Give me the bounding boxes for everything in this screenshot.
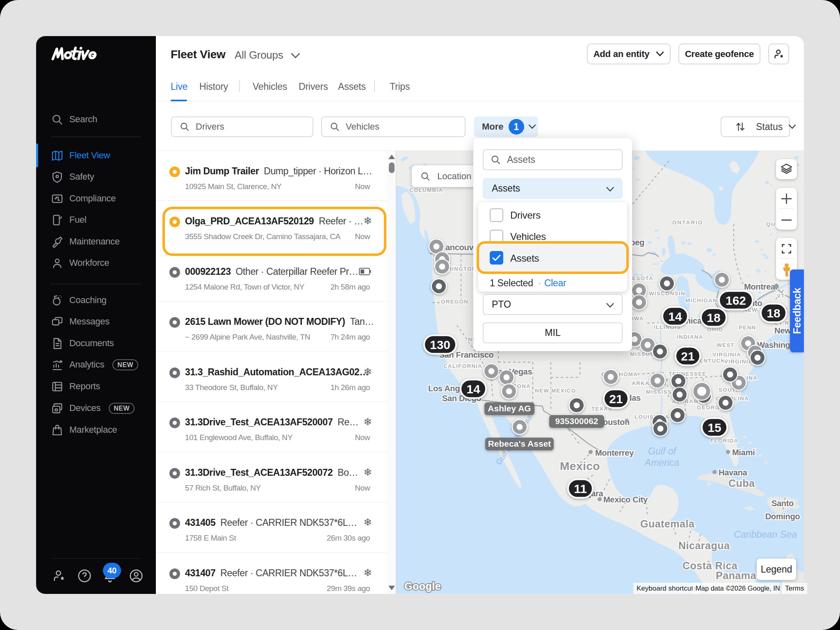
svg-text:Google: Google	[404, 580, 441, 592]
svg-text:14: 14	[668, 310, 682, 323]
svg-text:PENN: PENN	[739, 324, 756, 331]
svg-text:VT: VT	[777, 293, 785, 299]
svg-text:New: New	[774, 326, 791, 335]
svg-text:Guatemala: Guatemala	[640, 518, 695, 530]
svg-text:INDIANA: INDIANA	[677, 334, 703, 340]
svg-text:CALIFORNIA: CALIFORNIA	[443, 363, 482, 369]
svg-text:Santo: Santo	[772, 499, 794, 508]
svg-text:Monterrey: Monterrey	[595, 448, 634, 457]
svg-text:Miami: Miami	[732, 448, 755, 457]
svg-text:las: las	[630, 393, 641, 402]
svg-text:WEST: WEST	[717, 342, 735, 348]
svg-text:NEW MEXICO: NEW MEXICO	[535, 388, 576, 394]
svg-text:21: 21	[609, 392, 623, 406]
svg-text:FLORIDA: FLORIDA	[710, 438, 738, 444]
svg-text:935300062: 935300062	[555, 416, 598, 426]
svg-text:14: 14	[466, 382, 480, 396]
svg-text:18: 18	[707, 311, 720, 324]
svg-text:ONTARIO: ONTARIO	[672, 219, 703, 226]
svg-text:MICHIGAN: MICHIGAN	[685, 297, 717, 304]
svg-text:Caribbean Sea: Caribbean Sea	[734, 529, 797, 540]
svg-text:COLUMBIA: COLUMBIA	[409, 187, 443, 193]
svg-text:Gulf of: Gulf of	[648, 446, 677, 457]
svg-text:OREGON: OREGON	[441, 299, 468, 305]
svg-text:Mexico: Mexico	[560, 460, 600, 472]
svg-text:18: 18	[767, 306, 780, 320]
svg-text:VIRGINIA: VIRGINIA	[712, 352, 741, 358]
svg-text:Rebeca's Asset: Rebeca's Asset	[488, 439, 551, 448]
svg-text:America: America	[644, 457, 679, 468]
svg-text:11: 11	[574, 482, 587, 495]
svg-text:Panama: Panama	[716, 570, 756, 581]
svg-text:15: 15	[708, 421, 721, 434]
svg-text:Ashley AG: Ashley AG	[488, 404, 531, 413]
svg-text:162: 162	[726, 294, 746, 307]
svg-text:VIRGINIA: VIRGINIA	[724, 358, 753, 365]
svg-text:Domingo: Domingo	[765, 512, 800, 521]
svg-text:Nicaragua: Nicaragua	[678, 540, 730, 551]
svg-text:Cuba: Cuba	[728, 477, 755, 489]
svg-text:130: 130	[430, 338, 450, 352]
svg-text:Havana: Havana	[719, 468, 748, 477]
svg-text:Montreal: Montreal	[744, 282, 777, 291]
svg-text:21: 21	[681, 349, 694, 363]
svg-text:Mexico City: Mexico City	[603, 495, 648, 504]
